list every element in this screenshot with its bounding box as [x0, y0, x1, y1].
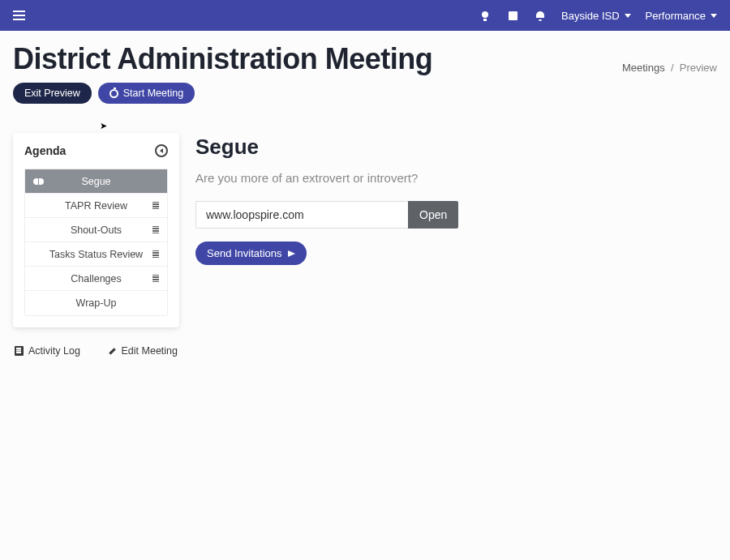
- agenda-item-label: TAPR Review: [65, 200, 127, 212]
- edit-meeting-link[interactable]: Edit Meeting: [108, 345, 178, 357]
- open-button[interactable]: Open: [408, 201, 458, 229]
- agenda-item-tasks-status[interactable]: Tasks Status Review: [25, 242, 167, 267]
- chevron-down-icon: [711, 14, 717, 18]
- agenda-item-label: Tasks Status Review: [49, 249, 143, 260]
- org-name: Bayside ISD: [561, 10, 620, 22]
- agenda-item-shout-outs[interactable]: Shout-Outs: [25, 218, 167, 242]
- top-navbar: Bayside ISD Performance: [0, 0, 730, 31]
- agenda-item-label: Wrap-Up: [76, 297, 117, 309]
- breadcrumb-parent[interactable]: Meetings: [622, 62, 665, 74]
- drag-handle-icon[interactable]: [152, 275, 159, 283]
- activity-log-link[interactable]: Activity Log: [15, 345, 80, 357]
- agenda-item-label: Challenges: [71, 273, 122, 284]
- stopwatch-icon: [110, 89, 118, 98]
- drag-handle-icon[interactable]: [152, 226, 159, 234]
- bell-icon[interactable]: [534, 9, 547, 22]
- prompt-text: Are you more of an extrovert or introver…: [195, 171, 717, 185]
- log-icon: [15, 346, 24, 356]
- agenda-item-segue[interactable]: Segue: [25, 169, 167, 194]
- pencil-icon: [108, 347, 117, 356]
- exit-preview-button[interactable]: Exit Preview: [13, 83, 92, 104]
- agenda-title: Agenda: [24, 144, 66, 157]
- agenda-item-wrap-up[interactable]: Wrap-Up: [25, 291, 167, 315]
- back-arrow-icon[interactable]: [155, 144, 168, 157]
- breadcrumb-current: Preview: [680, 62, 717, 74]
- agenda-item-tapr-review[interactable]: TAPR Review: [25, 194, 167, 218]
- chevron-down-icon: [625, 14, 631, 18]
- url-input[interactable]: [195, 201, 408, 229]
- agenda-item-label: Segue: [81, 176, 110, 187]
- breadcrumb: Meetings / Preview: [622, 62, 717, 74]
- paper-plane-icon: [288, 250, 295, 257]
- page-title: District Administration Meeting: [13, 42, 432, 76]
- section-heading: Segue: [195, 135, 717, 160]
- org-dropdown[interactable]: Bayside ISD: [561, 10, 631, 22]
- hamburger-menu-icon[interactable]: [13, 11, 25, 20]
- agenda-list: Segue TAPR Review Shout-Outs Tasks Statu…: [24, 169, 168, 316]
- lightbulb-icon[interactable]: [479, 9, 492, 22]
- drag-handle-icon[interactable]: [152, 250, 159, 259]
- puzzle-icon[interactable]: [506, 9, 519, 22]
- agenda-card: Agenda Segue TAPR Review Shout-Outs: [13, 133, 179, 327]
- brain-icon: [33, 178, 44, 185]
- menu-label: Performance: [646, 10, 706, 22]
- send-invitations-button[interactable]: Send Invitations: [195, 242, 307, 265]
- agenda-item-challenges[interactable]: Challenges: [25, 267, 167, 291]
- agenda-item-label: Shout-Outs: [71, 224, 122, 236]
- drag-handle-icon[interactable]: [152, 202, 159, 210]
- menu-dropdown[interactable]: Performance: [646, 10, 717, 22]
- start-meeting-button[interactable]: Start Meeting: [98, 83, 195, 104]
